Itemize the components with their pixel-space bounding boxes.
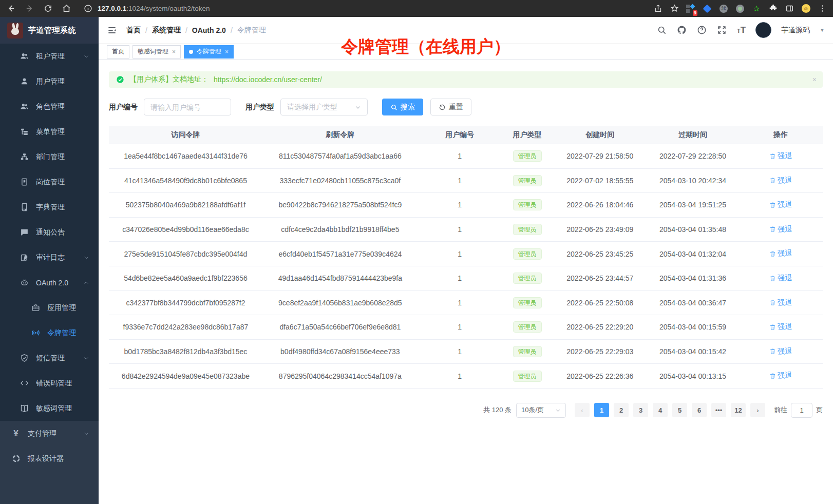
- gem-icon[interactable]: [703, 4, 712, 13]
- sidebar-item-审计日志[interactable]: 审计日志: [0, 245, 99, 270]
- collapse-sidebar-icon[interactable]: [107, 25, 117, 35]
- force-logout-button[interactable]: 强退: [769, 347, 792, 356]
- refresh-token-cell: 811c530487574fa0af1a59d3abc1aa66: [262, 152, 418, 160]
- url-host: 127.0.0.1: [98, 5, 126, 12]
- force-logout-button[interactable]: 强退: [769, 176, 792, 185]
- goto-page-input[interactable]: [791, 403, 812, 418]
- user-type-badge: 管理员: [513, 371, 542, 382]
- user-type-badge: 管理员: [513, 175, 542, 186]
- green-star-icon[interactable]: ✰: [752, 4, 761, 13]
- page-button-5[interactable]: 5: [672, 403, 687, 417]
- sidebar-item-岗位管理[interactable]: 岗位管理: [0, 169, 99, 195]
- page-button-4[interactable]: 4: [653, 403, 668, 417]
- puzzle-icon[interactable]: [768, 4, 778, 13]
- help-icon[interactable]: [697, 25, 707, 35]
- page-button-2[interactable]: 2: [614, 403, 629, 417]
- sidebar-item-令牌管理[interactable]: 令牌管理: [0, 320, 99, 345]
- tab-首页[interactable]: 首页: [107, 45, 129, 59]
- address-bar[interactable]: 127.0.0.1:1024/system/oauth2/token: [79, 4, 645, 13]
- font-size-icon[interactable]: TT: [737, 25, 746, 35]
- refresh-icon[interactable]: [43, 4, 52, 13]
- tab-令牌管理[interactable]: 令牌管理×: [184, 45, 234, 59]
- bookmark-star-icon[interactable]: [670, 4, 679, 13]
- sidebar-item-敏感词管理[interactable]: 敏感词管理: [0, 396, 99, 421]
- page-button-3[interactable]: 3: [633, 403, 648, 417]
- share-icon[interactable]: [653, 4, 662, 13]
- sidebar-item-通知公告[interactable]: 通知公告: [0, 220, 99, 245]
- reset-button[interactable]: 重置: [430, 99, 471, 115]
- sidebar-toggle-icon[interactable]: [785, 4, 794, 13]
- user-type-badge: 管理员: [513, 150, 542, 162]
- tab-label: 敏感词管理: [138, 47, 168, 56]
- emoji-face-icon[interactable]: ☺: [801, 4, 810, 13]
- back-icon[interactable]: [6, 4, 15, 13]
- sidebar-item-短信管理[interactable]: 短信管理: [0, 345, 99, 371]
- caret-down-icon[interactable]: ▼: [820, 27, 825, 33]
- alert-link[interactable]: https://doc.iocoder.cn/user-center/: [214, 75, 322, 84]
- page-ellipsis[interactable]: •••: [711, 403, 726, 417]
- force-logout-button[interactable]: 强退: [769, 274, 792, 283]
- page-button-6[interactable]: 6: [692, 403, 707, 417]
- force-logout-button[interactable]: 强退: [769, 225, 792, 234]
- force-logout-button[interactable]: 强退: [769, 322, 792, 332]
- sidebar-item-OAuth 2.0[interactable]: OAuth 2.0: [0, 270, 99, 295]
- fullscreen-icon[interactable]: [717, 25, 727, 35]
- force-logout-button[interactable]: 强退: [769, 151, 792, 161]
- pie-icon: [11, 454, 21, 463]
- breadcrumb-item[interactable]: 首页: [126, 26, 141, 35]
- prev-page-button[interactable]: ‹: [575, 403, 590, 417]
- breadcrumb-item[interactable]: 系统管理: [152, 26, 181, 35]
- created-time-cell: 2022-07-29 21:58:50: [553, 152, 647, 160]
- breadcrumb-item[interactable]: OAuth 2.0: [192, 26, 226, 34]
- force-logout-button[interactable]: 强退: [769, 298, 792, 307]
- force-logout-button[interactable]: 强退: [769, 371, 792, 380]
- avatar[interactable]: [755, 22, 771, 38]
- record-circle-icon[interactable]: [735, 4, 745, 13]
- sidebar-item-错误码管理[interactable]: 错误码管理: [0, 371, 99, 396]
- search-button[interactable]: 搜索: [382, 99, 423, 115]
- user-id-input[interactable]: [144, 99, 231, 115]
- success-check-icon: [116, 75, 124, 84]
- forward-icon[interactable]: [25, 4, 34, 13]
- user-type-select[interactable]: 请选择用户类型: [280, 99, 368, 115]
- user-id-cell: 1: [418, 274, 502, 282]
- info-icon[interactable]: [83, 4, 92, 13]
- sidebar-item-报表设计器[interactable]: 报表设计器: [0, 446, 99, 471]
- sidebar-item-label: 部门管理: [36, 152, 65, 162]
- next-page-button[interactable]: ›: [750, 403, 765, 417]
- sidebar-item-租户管理[interactable]: 租户管理: [0, 44, 99, 69]
- tab-close-icon[interactable]: ×: [172, 48, 176, 55]
- sidebar-item-用户管理[interactable]: 用户管理: [0, 69, 99, 94]
- trash-icon: [769, 373, 776, 379]
- home-icon[interactable]: [62, 4, 71, 13]
- username[interactable]: 芋道源码: [781, 26, 810, 35]
- user-id-cell: 1: [418, 299, 502, 307]
- sidebar-item-菜单管理[interactable]: 菜单管理: [0, 119, 99, 144]
- github-icon[interactable]: [677, 25, 687, 35]
- alert-close-icon[interactable]: ×: [812, 75, 817, 84]
- column-header: 用户编号: [418, 130, 502, 140]
- page-size-select[interactable]: 10条/页: [516, 403, 566, 418]
- command-circle-icon[interactable]: ⌘: [719, 4, 728, 13]
- extensions-badge-icon[interactable]: 9: [686, 4, 695, 13]
- breadcrumb-separator: /: [231, 26, 233, 34]
- sidebar-item-部门管理[interactable]: 部门管理: [0, 144, 99, 169]
- app-logo-row[interactable]: 芋道管理系统: [0, 17, 99, 44]
- search-icon[interactable]: [657, 25, 667, 35]
- column-header: 刷新令牌: [262, 130, 418, 140]
- tab-close-icon[interactable]: ×: [225, 48, 229, 55]
- tab-敏感词管理[interactable]: 敏感词管理×: [132, 45, 181, 59]
- sidebar-item-label: 支付管理: [28, 429, 56, 438]
- page-button-12[interactable]: 12: [731, 403, 746, 417]
- force-logout-button[interactable]: 强退: [769, 249, 792, 258]
- sidebar-item-字典管理[interactable]: 字典管理: [0, 195, 99, 220]
- user-type-badge: 管理员: [513, 321, 542, 333]
- sidebar-item-角色管理[interactable]: 角色管理: [0, 94, 99, 119]
- force-logout-button[interactable]: 强退: [769, 200, 792, 209]
- created-time-cell: 2022-06-25 22:26:36: [553, 372, 647, 380]
- sidebar-item-应用管理[interactable]: 应用管理: [0, 295, 99, 320]
- created-time-cell: 2022-06-25 23:45:25: [553, 250, 647, 258]
- page-button-1[interactable]: 1: [594, 403, 609, 417]
- kebab-menu-icon[interactable]: [818, 4, 827, 13]
- sidebar-item-支付管理[interactable]: ¥支付管理: [0, 421, 99, 446]
